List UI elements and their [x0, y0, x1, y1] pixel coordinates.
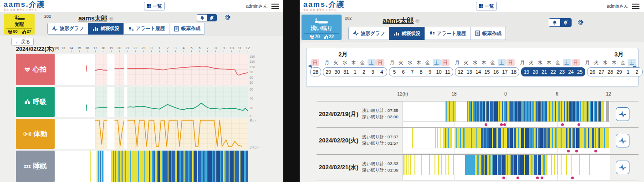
calendar-date[interactable]: 15 [483, 68, 491, 76]
alert-dot [567, 150, 570, 152]
tab-waveform[interactable]: 波形グラフ [348, 27, 389, 40]
alert-dot [500, 123, 503, 126]
report-icon [475, 30, 480, 36]
row-date: 2024/02/19(月) [319, 110, 358, 118]
tab-report[interactable]: 帳票作成 [470, 27, 506, 40]
alert-off-segment[interactable] [560, 19, 571, 26]
open-waveform-button[interactable] [616, 161, 629, 174]
tab-waveform[interactable]: 波形グラフ [47, 23, 88, 35]
calendar-date[interactable]: 11 [444, 68, 452, 76]
tab-report[interactable]: 帳票作成 [169, 23, 205, 35]
calendar-date[interactable]: 6 [399, 68, 408, 76]
alert-on-segment[interactable] [197, 15, 207, 21]
list-view-button[interactable]: 一覧 [476, 2, 497, 10]
vital-row-breath: 呼吸6040200 [0, 87, 283, 117]
alert-toggle[interactable] [549, 18, 572, 27]
sleep-stripe [208, 151, 212, 182]
time-tick-label: 14 [69, 46, 73, 50]
sleep-stripe [145, 151, 149, 182]
sleep-barcode [403, 101, 610, 121]
calendar-date[interactable]: 5 [390, 68, 399, 76]
list-view-button[interactable]: 一覧 [144, 2, 165, 10]
calendar-date[interactable]: 29 [324, 68, 332, 76]
open-waveform-button[interactable] [616, 134, 629, 147]
time-tick-label: 11 [238, 46, 241, 50]
calendar-date[interactable]: 24 [567, 68, 575, 76]
vital-row-movement: ((o))体動多い少ない [0, 119, 283, 149]
time-tick-label: 19 [109, 46, 113, 50]
calendar-date[interactable]: 28 [606, 68, 614, 76]
calendar-date[interactable]: 21 [540, 68, 548, 76]
calendar-week-3[interactable]: 12131415161718 [455, 67, 519, 76]
tab-sleep-status[interactable]: 就寝状況 [88, 23, 124, 35]
alert-bell-icon [128, 26, 134, 32]
calendar-date[interactable]: 1 [351, 68, 359, 76]
gear-icon[interactable] [578, 19, 584, 26]
calendar-date[interactable]: 23 [558, 68, 566, 76]
calendar-date[interactable]: 29 [615, 68, 624, 76]
calendar-week-4-selected[interactable]: 19202122232425 [521, 67, 585, 76]
calendar-date[interactable]: 9 [426, 68, 434, 76]
calendar-date[interactable]: 16 [492, 68, 500, 76]
lungs-icon [21, 29, 26, 34]
calendar-week-0[interactable]: 28 [310, 67, 321, 76]
list-button-label: 一覧 [153, 3, 162, 10]
calendar-date[interactable]: 25 [576, 68, 584, 76]
gear-icon[interactable] [225, 14, 231, 20]
calendar-date[interactable]: 17 [501, 68, 509, 76]
patient-name[interactable]: aams太郎 [383, 16, 419, 25]
sleep-stripe [410, 155, 411, 175]
calendar-date[interactable]: 2 [360, 68, 368, 76]
gear-icon [225, 14, 231, 20]
alert-off-segment[interactable] [207, 15, 216, 21]
calendar-date[interactable]: 10 [435, 68, 443, 76]
calendar-week-1[interactable]: 2930311234 [323, 67, 387, 76]
tab-label: 就寝状況 [401, 30, 420, 37]
calendar-date[interactable]: 26 [588, 68, 597, 76]
calendar-date[interactable]: 20 [532, 68, 540, 76]
calendar-date[interactable]: 19 [522, 68, 531, 76]
sleep-stripe [448, 155, 449, 175]
alert-toggle[interactable] [197, 14, 217, 21]
calendar-date[interactable]: 27 [598, 68, 606, 76]
calendar-date[interactable]: 18 [510, 68, 518, 76]
tab-sleep-status[interactable]: 就寝状況 [389, 27, 425, 40]
calendar-date[interactable]: 30 [333, 68, 342, 76]
calendar-date[interactable]: 4 [378, 68, 386, 76]
logo-subtext: 安心 安全 見守り システム [303, 9, 345, 11]
calendar-week-5[interactable]: 2627282912 [587, 67, 643, 76]
calendar-date[interactable]: 3 [369, 68, 377, 76]
tab-alert-history[interactable]: アラート履歴 [123, 23, 169, 35]
calendar-date[interactable]: 28 [312, 68, 320, 76]
vital-label-breath: 呼吸 [16, 87, 55, 117]
calendar-date[interactable]: 13 [465, 68, 474, 76]
calendar-date[interactable]: 22 [549, 68, 557, 76]
hamburger-menu-icon[interactable] [271, 4, 279, 9]
alert-on-segment[interactable] [549, 19, 560, 26]
open-waveform-button[interactable] [616, 107, 629, 121]
breath-rate-stat: 27 [21, 29, 31, 34]
date-label: 2024/02/22(木) [16, 46, 54, 53]
tab-label: 波形グラフ [361, 30, 385, 37]
calendar-date[interactable]: 8 [417, 68, 425, 76]
alert-dot [541, 177, 543, 179]
calendar-date[interactable]: 7 [408, 68, 416, 76]
sleep-stripe [493, 128, 496, 148]
calendar-week-2[interactable]: 567891011 [389, 67, 453, 76]
calendar-date[interactable]: 12 [456, 68, 465, 76]
patient-name[interactable]: aams太郎 [78, 15, 113, 23]
pulse-icon [353, 30, 359, 36]
tab-alert-history[interactable]: アラート履歴 [424, 27, 470, 40]
back-button[interactable]: ←戻る [11, 38, 34, 46]
sleep-stripe [606, 101, 609, 121]
calendar-date[interactable]: 14 [474, 68, 482, 76]
hamburger-menu-icon[interactable] [632, 4, 639, 9]
calendar-date[interactable]: 2 [633, 68, 641, 76]
time-tick-label: 0 [150, 46, 152, 50]
patient-status-badge: z浅い眠り7022 [302, 15, 342, 40]
alert-gridline [557, 122, 558, 127]
calendar-date[interactable]: 31 [342, 68, 350, 76]
sleep-stripe [194, 151, 197, 182]
vital-plot-breath [55, 87, 248, 117]
calendar-date[interactable]: 1 [624, 68, 632, 76]
